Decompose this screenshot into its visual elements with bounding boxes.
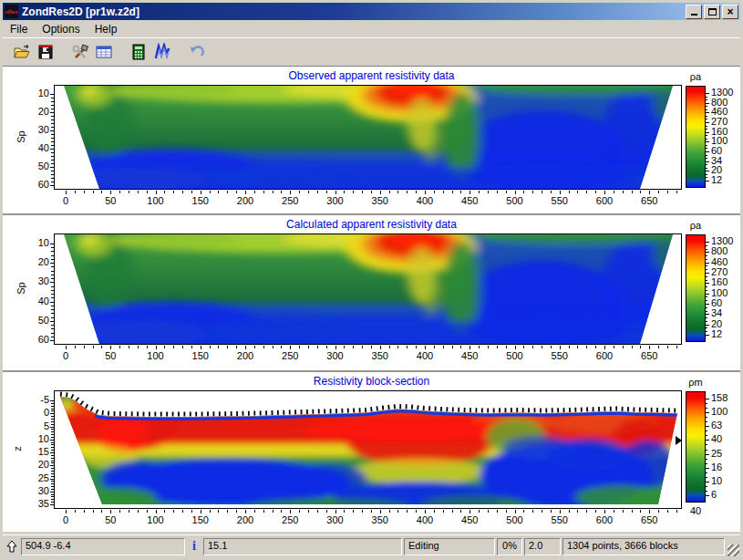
x-minor-tick (416, 510, 417, 513)
colorbar-tick-label: 60 (711, 297, 722, 308)
calculator-button[interactable] (127, 40, 150, 64)
x-tick-label: 200 (230, 195, 261, 206)
colorbar-tick (705, 141, 709, 142)
colorbar-tick (705, 335, 709, 336)
block-section-panel: Resistivity block-section (3, 372, 740, 532)
x-tick (201, 346, 201, 349)
model-sections-button[interactable] (150, 40, 174, 64)
colorbar-tick (705, 440, 709, 441)
y-minor-tick (51, 431, 54, 432)
scale-field: 2.0 (524, 538, 561, 555)
undo-arrow-icon (188, 43, 206, 61)
y-minor-tick (51, 476, 54, 477)
menu-options[interactable]: Options (35, 21, 87, 37)
x-tick-label: 350 (365, 514, 396, 525)
y-minor-tick (51, 455, 54, 456)
x-minor-tick (397, 346, 398, 348)
x-minor-tick (506, 191, 507, 193)
x-tick-label: 600 (589, 350, 620, 361)
x-tick-label: 650 (634, 350, 665, 361)
y-tick-label: 5 (18, 420, 49, 431)
x-tick-label: 200 (230, 514, 261, 525)
resize-grip[interactable] (728, 544, 739, 556)
x-minor-tick (416, 346, 417, 348)
close-button[interactable]: × (722, 5, 738, 19)
x-tick-label: 250 (274, 350, 305, 361)
save-button[interactable] (34, 40, 57, 64)
x-minor-tick (506, 346, 507, 348)
x-minor-tick (676, 191, 677, 193)
colorbar-tick (705, 122, 709, 123)
observed-plot[interactable]: 0501001502002503003504004505005506006501… (54, 85, 682, 190)
x-tick-label: 400 (409, 195, 440, 206)
window-title: ZondRes2D [pr1w.z2d] (22, 5, 684, 18)
x-minor-tick (407, 510, 408, 513)
y-minor-tick (51, 141, 54, 142)
colorbar-tick-label: 800 (711, 245, 728, 256)
maximize-button[interactable] (704, 5, 720, 19)
block-section-plot[interactable]: 050100150200250300350400450500550600650-… (54, 390, 682, 509)
colorbar-tick-label: 12 (711, 174, 722, 185)
y-tick (50, 321, 54, 322)
summary-field: 1304 points, 3666 blocks (562, 538, 725, 555)
colorbar-tick (705, 399, 709, 399)
colorbar-minor-tick (705, 403, 707, 404)
x-tick-label: 450 (454, 350, 485, 361)
y-tick (50, 465, 54, 466)
x-minor-tick (147, 346, 148, 348)
y-tick (50, 492, 54, 493)
x-minor-tick (676, 510, 677, 513)
x-minor-tick (460, 346, 461, 348)
x-tick (245, 510, 246, 513)
x-minor-tick (236, 191, 237, 193)
y-minor-tick (51, 444, 54, 445)
x-minor-tick (595, 191, 596, 193)
colorbar-minor-tick (705, 491, 707, 492)
colorbar-tick-label: 1300 (711, 235, 733, 246)
x-minor-tick (389, 346, 390, 348)
x-minor-tick (434, 191, 435, 193)
title-bar[interactable]: zRes ZondRes2D [pr1w.z2d] × (3, 3, 740, 20)
colorbar-gradient[interactable] (686, 391, 706, 503)
colorbar-minor-tick (705, 148, 707, 149)
colorbar-gradient[interactable] (686, 234, 706, 342)
calculated-plot[interactable]: 0501001502002503003504004505005506006501… (54, 233, 682, 345)
y-tick (50, 130, 54, 131)
y-minor-tick (51, 138, 54, 139)
y-minor-tick (51, 429, 54, 430)
x-tick (201, 510, 201, 513)
x-minor-tick (254, 191, 255, 193)
menu-help[interactable]: Help (88, 21, 125, 37)
y-tick (50, 94, 54, 95)
x-minor-tick (389, 191, 390, 193)
toolbar (3, 38, 740, 67)
y-tick-label: 10 (18, 433, 49, 444)
colorbar-minor-tick (705, 135, 707, 136)
minimize-button[interactable] (686, 5, 702, 19)
x-minor-tick (273, 191, 273, 193)
settings-button[interactable] (68, 40, 92, 64)
x-tick (335, 346, 336, 349)
x-minor-tick (407, 346, 408, 348)
table-icon (95, 43, 113, 61)
colorbar-minor-tick (705, 450, 707, 451)
x-tick (470, 191, 470, 194)
colorbar-tick (705, 132, 709, 133)
menu-file[interactable]: File (3, 21, 35, 37)
x-tick-label: 650 (634, 195, 665, 206)
y-minor-tick (51, 266, 54, 267)
x-minor-tick (542, 510, 542, 513)
y-minor-tick (51, 442, 54, 443)
y-tick (50, 112, 54, 113)
y-minor-tick (51, 481, 54, 482)
data-table-button[interactable] (92, 40, 116, 64)
colorbar-minor-tick (705, 435, 707, 436)
x-minor-tick (281, 191, 282, 193)
colorbar-gradient[interactable] (686, 86, 706, 188)
open-file-button[interactable] (10, 40, 34, 64)
x-minor-tick (586, 510, 587, 513)
x-tick-label: 250 (274, 195, 305, 206)
undo-button[interactable] (185, 40, 209, 64)
x-minor-tick (460, 510, 461, 513)
colorbar-minor-tick (705, 463, 707, 464)
